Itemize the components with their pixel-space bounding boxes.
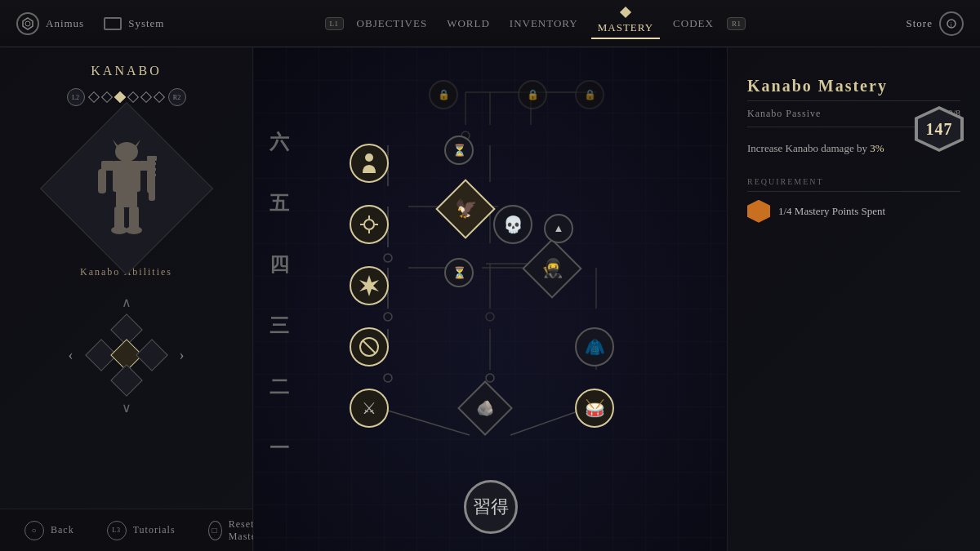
arrow-left-icon[interactable]: ‹ <box>69 347 74 364</box>
svg-line-54 <box>363 340 376 353</box>
r3-right-diamond: 🥷 <box>522 238 582 299</box>
arrow-up-icon[interactable]: ∧ <box>122 295 131 310</box>
l2-button[interactable]: L2 <box>67 88 85 106</box>
node-r1-mid[interactable]: 🪨 <box>466 389 505 428</box>
mastery-points-count: 147 <box>926 120 953 139</box>
requirement-label: REQUIREMENT <box>747 177 960 192</box>
svg-point-4 <box>115 142 138 162</box>
r5-mid-icon: ⏳ <box>452 144 466 158</box>
r3-right-icon: 🥷 <box>541 258 564 279</box>
left-panel-bottom: ○ Back L3 Tutorials □ Reset Masteries <box>0 509 252 551</box>
node-r5-left[interactable] <box>350 144 389 183</box>
weapon-grid <box>90 318 163 392</box>
r3-left-icon <box>357 273 381 298</box>
selector-right[interactable] <box>136 339 168 371</box>
svg-rect-19 <box>114 207 124 229</box>
r4-mid-diamond: 🦅 <box>435 179 496 239</box>
weapon-selector[interactable]: ‹ › <box>69 318 185 392</box>
node-top-left[interactable]: 🔒 <box>429 80 458 109</box>
node-r4-mid[interactable]: 🦅 <box>444 188 487 230</box>
node-r1-left[interactable]: ⚔ <box>350 389 389 428</box>
node-r4-left[interactable] <box>350 205 389 244</box>
node-r1-right[interactable]: 🥁 <box>575 389 614 428</box>
animus-button[interactable]: Animus <box>16 12 84 35</box>
r2-right-icon: 🧥 <box>585 337 605 357</box>
r1-button[interactable]: R1 <box>727 17 746 30</box>
mastery-tab-group: Mastery <box>591 8 660 39</box>
row-label-6: 六 <box>270 129 289 155</box>
row-label-2: 二 <box>270 374 289 400</box>
nav-center-group: L1 Objectives World Inventory Mastery Co… <box>325 8 746 39</box>
svg-point-50 <box>384 313 392 321</box>
requirement-hex-icon <box>747 200 770 223</box>
tab-inventory[interactable]: Inventory <box>503 14 585 33</box>
node-r4-right[interactable]: 💀 <box>493 205 532 244</box>
node-r2-left[interactable] <box>350 327 389 367</box>
r4-mid-icon: 🦅 <box>455 198 477 220</box>
svg-point-22 <box>126 226 142 234</box>
root-icon: 習得 <box>473 495 509 519</box>
pip-4 <box>127 91 138 103</box>
svg-rect-14 <box>147 156 157 161</box>
svg-marker-62 <box>754 206 764 217</box>
animus-logo-icon <box>16 12 39 35</box>
pip-6 <box>153 91 164 103</box>
pip-1 <box>87 91 99 103</box>
node-r2-right[interactable]: 🧥 <box>575 327 614 367</box>
hexagon-inner: 147 <box>918 109 960 149</box>
svg-marker-6 <box>113 140 118 146</box>
r2-left-icon <box>359 336 380 358</box>
row-label-5: 五 <box>270 190 289 216</box>
svg-marker-7 <box>135 140 140 146</box>
arrow-right-icon[interactable]: › <box>180 347 185 364</box>
node-r3-mid[interactable]: ⏳ <box>444 258 474 287</box>
svg-rect-18 <box>116 191 137 207</box>
node-r3-right[interactable]: 🥷 <box>531 247 573 290</box>
nav-left-group: Animus System <box>16 12 164 35</box>
r3-mid-icon: ⏳ <box>452 266 466 280</box>
description-highlight: 3% <box>870 142 884 154</box>
tab-codex[interactable]: Codex <box>666 14 720 33</box>
svg-rect-17 <box>148 174 156 176</box>
node-r4-far[interactable]: ▲ <box>544 214 573 243</box>
store-icon: i <box>939 11 964 36</box>
tab-world[interactable]: World <box>440 14 497 33</box>
svg-point-56 <box>364 220 374 229</box>
svg-point-49 <box>384 374 392 382</box>
left-panel: KANABO L2 R2 <box>0 47 253 551</box>
node-r3-left[interactable] <box>350 266 389 305</box>
node-r5-mid[interactable]: ⏳ <box>444 136 474 165</box>
node-top-far-right[interactable]: 🔒 <box>575 80 604 109</box>
mastery-points-container: 147 <box>915 106 964 152</box>
r2-button[interactable]: R2 <box>168 88 186 106</box>
svg-rect-20 <box>129 207 139 229</box>
tutorials-button[interactable]: L3 Tutorials <box>107 521 176 540</box>
tab-mastery[interactable]: Mastery <box>591 18 660 39</box>
selector-bottom[interactable] <box>110 364 143 397</box>
node-top-right[interactable]: 🔒 <box>518 80 547 109</box>
svg-rect-11 <box>98 169 106 193</box>
l1-button[interactable]: L1 <box>325 17 344 30</box>
requirement-text: 1/4 Mastery Points Spent <box>778 205 885 218</box>
description-text: Increase Kanabo damage by <box>747 142 867 154</box>
root-node[interactable]: 習得 <box>464 480 518 534</box>
store-label: Store <box>906 17 933 30</box>
mastery-diamond-icon <box>620 6 631 17</box>
arrow-down-icon[interactable]: ∨ <box>122 400 131 415</box>
skill-tree-inner: 六 五 四 三 二 一 習得 ⚔ <box>253 47 727 551</box>
system-button[interactable]: System <box>104 17 164 30</box>
store-button[interactable]: Store i <box>906 11 964 36</box>
mastery-subtitle: Kanabo Passive <box>747 108 821 120</box>
mastery-hexagon: 147 <box>915 106 964 152</box>
svg-point-51 <box>384 254 392 262</box>
tab-objectives[interactable]: Objectives <box>350 14 434 33</box>
r4-far-icon: ▲ <box>554 222 564 235</box>
r1-mid-icon: 🪨 <box>476 399 494 417</box>
back-button[interactable]: ○ Back <box>24 521 74 540</box>
row-label-4: 四 <box>270 251 289 278</box>
top-navigation: Animus System L1 Objectives World Invent… <box>0 0 980 47</box>
system-icon <box>104 17 122 30</box>
r1-right-icon: 🥁 <box>585 398 605 418</box>
r4-left-icon <box>359 214 380 235</box>
svg-point-47 <box>486 374 494 382</box>
